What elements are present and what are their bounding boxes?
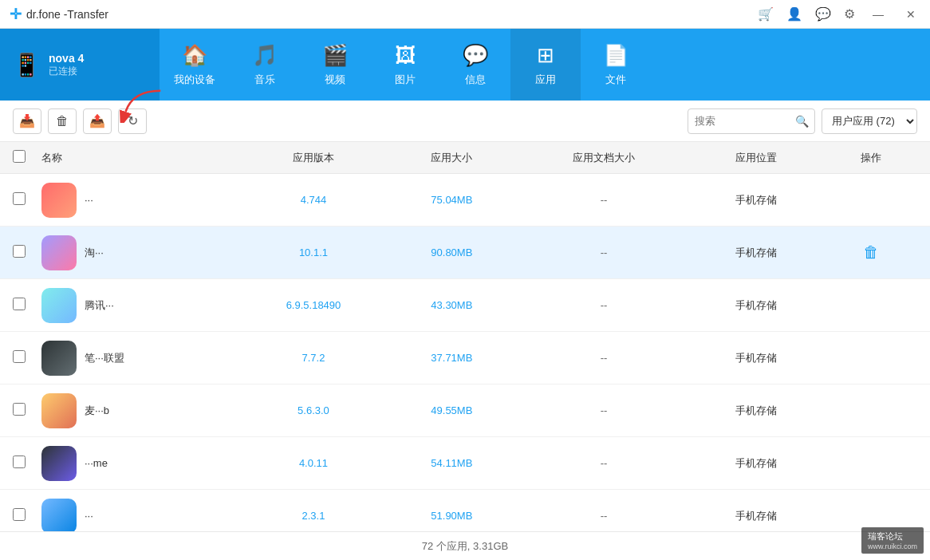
close-button[interactable]: ✕: [901, 6, 920, 22]
export-button[interactable]: 📤: [83, 108, 112, 134]
app-icon: [41, 393, 77, 428]
row-name-cell: 腾讯···: [41, 288, 244, 323]
nav-item-file[interactable]: 📄 文件: [581, 29, 651, 101]
row-version: 2.3.1: [244, 510, 382, 522]
import-icon: 📥: [19, 113, 35, 128]
row-version: 7.7.2: [244, 352, 382, 364]
watermark-text: 瑞客论坛: [868, 530, 917, 542]
row-location: 手机存储: [687, 246, 825, 260]
my-device-icon: 🏠: [182, 43, 207, 68]
row-name-cell: ···me: [41, 446, 244, 481]
table-row[interactable]: 麦···b 5.6.3.0 49.55MB -- 手机存储: [0, 385, 930, 437]
device-tab[interactable]: 📱 nova 4 已连接: [0, 29, 160, 101]
row-checkbox-cell: [13, 455, 41, 471]
file-icon: 📄: [603, 43, 629, 68]
header-size: 应用大小: [383, 151, 521, 165]
main-content: 📥 🗑 📤 ↻ 🔍 用户应用 (72) 系统应用 名称 应用版本 应用大小 应用…: [0, 101, 930, 560]
row-checkbox-cell: [13, 508, 41, 524]
row-checkbox[interactable]: [13, 508, 26, 521]
chat-icon[interactable]: 💬: [815, 6, 831, 22]
row-size: 37.71MB: [383, 352, 521, 364]
table-row[interactable]: ···me 4.0.11 54.11MB -- 手机存储: [0, 437, 930, 490]
settings-icon[interactable]: ⚙: [844, 6, 855, 22]
video-icon: 🎬: [322, 43, 348, 68]
nav-items: 🏠 我的设备 🎵 音乐 🎬 视频 🖼 图片 💬 信息 ⊞ 应用 📄 文件: [160, 29, 930, 101]
row-action: 🗑: [825, 243, 917, 262]
photo-label: 图片: [395, 73, 416, 87]
nav-item-my-device[interactable]: 🏠 我的设备: [160, 29, 230, 101]
row-name-cell: 淘···: [41, 235, 244, 270]
header-name: 名称: [41, 151, 244, 165]
row-size: 51.90MB: [383, 510, 521, 522]
device-info: nova 4 已连接: [49, 52, 84, 78]
table-header: 名称 应用版本 应用大小 应用文档大小 应用位置 操作: [0, 142, 930, 174]
row-location: 手机存储: [687, 298, 825, 313]
refresh-icon: ↻: [128, 113, 138, 128]
table-row[interactable]: 淘··· 10.1.1 90.80MB -- 手机存储 🗑: [0, 227, 930, 279]
app-icon: [41, 183, 77, 218]
nav-item-app[interactable]: ⊞ 应用: [510, 29, 581, 101]
music-label: 音乐: [254, 73, 275, 87]
row-docsize: --: [521, 457, 687, 469]
select-all-checkbox[interactable]: [13, 150, 26, 163]
message-label: 信息: [465, 73, 486, 87]
row-checkbox[interactable]: [13, 455, 26, 468]
row-docsize: --: [521, 352, 687, 364]
table-row[interactable]: ··· 4.744 75.04MB -- 手机存储: [0, 174, 930, 227]
row-version: 4.744: [244, 194, 382, 206]
row-checkbox[interactable]: [13, 245, 26, 258]
row-location: 手机存储: [687, 509, 825, 523]
user-icon[interactable]: 👤: [786, 6, 802, 22]
toolbar: 📥 🗑 📤 ↻ 🔍 用户应用 (72) 系统应用: [0, 101, 930, 142]
row-checkbox[interactable]: [13, 298, 26, 310]
row-size: 43.30MB: [383, 299, 521, 311]
header-check: [13, 150, 41, 166]
minimize-button[interactable]: —: [868, 6, 889, 22]
import-button[interactable]: 📥: [13, 108, 41, 134]
header-action: 操作: [825, 151, 917, 165]
delete-row-icon[interactable]: 🗑: [863, 243, 879, 262]
row-checkbox[interactable]: [13, 192, 26, 205]
filter-select[interactable]: 用户应用 (72) 系统应用: [822, 108, 917, 134]
row-name-cell: 笔···联盟: [41, 341, 244, 376]
search-icon: 🔍: [795, 115, 809, 128]
cart-icon[interactable]: 🛒: [758, 6, 774, 22]
app-name: ···: [85, 194, 93, 206]
video-label: 视频: [325, 73, 345, 87]
app-name: 笔···联盟: [85, 351, 124, 365]
delete-button[interactable]: 🗑: [48, 108, 77, 134]
nav-item-photo[interactable]: 🖼 图片: [370, 29, 440, 101]
watermark: 瑞客论坛 www.ruikci.com: [861, 527, 924, 554]
nav-item-message[interactable]: 💬 信息: [440, 29, 510, 101]
row-checkbox-cell: [13, 350, 41, 366]
refresh-button[interactable]: ↻: [118, 108, 147, 134]
row-checkbox-cell: [13, 298, 41, 314]
nav-item-video[interactable]: 🎬 视频: [300, 29, 370, 101]
row-checkbox[interactable]: [13, 403, 26, 416]
row-version: 5.6.3.0: [244, 404, 382, 416]
table-row[interactable]: 笔···联盟 7.7.2 37.71MB -- 手机存储: [0, 332, 930, 385]
app-icon: [41, 235, 77, 270]
watermark-subtext: www.ruikci.com: [868, 542, 917, 550]
app-name: 麦···b: [85, 404, 109, 418]
statusbar: 72 个应用, 3.31GB: [0, 531, 930, 560]
row-version: 10.1.1: [244, 246, 382, 258]
app-name: 淘···: [85, 246, 104, 260]
app-label: 应用: [535, 73, 556, 87]
header-version: 应用版本: [244, 151, 382, 165]
nav-item-music[interactable]: 🎵 音乐: [230, 29, 300, 101]
row-checkbox-cell: [13, 403, 41, 419]
titlebar: ✛ dr.fone -Transfer 🛒 👤 💬 ⚙ — ✕: [0, 0, 930, 29]
row-checkbox-cell: [13, 192, 41, 208]
app-icon: [41, 499, 77, 532]
search-input[interactable]: [695, 115, 790, 127]
app-table: ··· 4.744 75.04MB -- 手机存储 淘··· 10.1.1 90…: [0, 174, 930, 531]
app-icon: [41, 288, 77, 323]
row-checkbox-cell: [13, 245, 41, 261]
device-icon: 📱: [13, 52, 41, 78]
row-checkbox[interactable]: [13, 350, 26, 363]
row-docsize: --: [521, 194, 687, 206]
titlebar-controls: 🛒 👤 💬 ⚙ — ✕: [758, 6, 920, 22]
table-row[interactable]: ··· 2.3.1 51.90MB -- 手机存储: [0, 490, 930, 531]
table-row[interactable]: 腾讯··· 6.9.5.18490 43.30MB -- 手机存储: [0, 279, 930, 332]
